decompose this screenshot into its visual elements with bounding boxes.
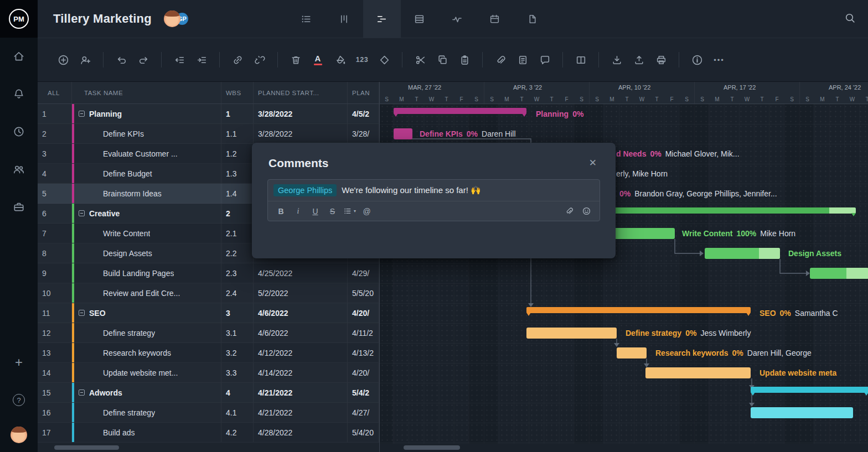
import-button[interactable] [606,49,628,71]
collapse-icon[interactable] [79,310,85,316]
nav-team[interactable] [7,157,31,181]
table-row[interactable]: 9Build Landing Pages2.34/25/20224/29/ [38,263,379,283]
cut-button[interactable] [409,49,431,71]
more-icon: ••• [714,56,725,64]
tab-sheet-view[interactable] [401,0,438,38]
nav-timesheets[interactable] [7,120,31,144]
gantt-bar[interactable] [394,128,412,139]
week-label: APR, 10 '22 [618,84,650,91]
delete-button[interactable] [285,49,307,71]
project-members[interactable]: GP [164,11,189,27]
comment-button[interactable] [534,49,556,71]
tab-activity-view[interactable] [438,0,476,38]
export-button[interactable] [628,49,650,71]
comment-input[interactable]: George Phillips We're following our time… [268,180,600,201]
columns-button[interactable] [570,49,592,71]
list-button[interactable]: ▾ [342,204,357,219]
add-task-button[interactable] [52,49,74,71]
member-avatar[interactable] [164,11,180,27]
table-row[interactable]: 17Build ads4.24/28/20225/4/20 [38,423,379,443]
gantt-bar[interactable] [394,108,526,114]
tab-docs-view[interactable] [514,0,551,38]
nav-alerts[interactable] [7,82,31,106]
collapse-icon[interactable] [79,210,85,216]
bold-button[interactable]: B [273,204,288,219]
tab-gantt-view[interactable] [363,0,401,38]
col-header-planned-end[interactable]: PLAN [348,82,379,103]
fill-color-button[interactable] [329,49,351,71]
gantt-bar[interactable] [705,248,780,259]
tab-list-view[interactable] [288,0,326,38]
print-button[interactable] [650,49,672,71]
add-new-button[interactable]: + [7,350,31,375]
smiley-icon [582,206,591,216]
gantt-toolbar: A 123 ••• [38,38,868,82]
tab-board-view[interactable] [326,0,363,38]
mention-button[interactable]: @ [359,204,374,219]
table-row[interactable]: 1Planning13/28/20224/5/2 [38,104,379,124]
task-name: Research keywords [103,349,171,357]
outdent-button[interactable] [168,49,190,71]
gantt-hscrollbar [380,444,868,452]
tab-calendar-view[interactable] [476,0,514,38]
undo-button[interactable] [110,49,132,71]
gantt-bar[interactable] [526,307,751,313]
collapse-icon[interactable] [79,389,85,396]
copy-icon [437,54,448,66]
gantt-bar[interactable] [645,367,751,378]
gantt-hscroll-thumb[interactable] [404,445,460,450]
help-button[interactable]: ? [7,388,31,412]
unlink-tasks-button[interactable] [249,49,271,71]
table-row[interactable]: 16Define strategy4.14/21/20224/27/ [38,403,379,423]
day-letter: F [559,96,574,102]
paste-button[interactable] [453,49,476,71]
indent-icon [196,54,208,66]
user-avatar[interactable] [11,427,27,443]
table-row[interactable]: 11SEO34/6/20224/20/ [38,303,379,323]
table-row[interactable]: 13Research keywords3.24/12/20224/13/2 [38,343,379,363]
gantt-bar[interactable] [810,268,868,279]
italic-button[interactable]: i [291,204,306,219]
gantt-bar[interactable] [751,407,853,418]
table-hscroll-thumb[interactable] [54,445,119,450]
underline-button[interactable]: U [308,204,323,219]
close-icon[interactable]: ✕ [586,156,600,170]
plus-icon: + [15,355,23,370]
attach-button[interactable] [562,204,577,219]
nav-portfolio[interactable] [7,195,31,219]
chevron-down-icon: ▾ [354,209,356,214]
notes-button[interactable] [512,49,534,71]
collapse-icon[interactable] [79,111,85,117]
copy-button[interactable] [431,49,453,71]
nav-home[interactable] [7,44,31,69]
col-header-planned-start[interactable]: PLANNED START... [254,82,348,103]
more-button[interactable]: ••• [708,49,730,71]
strikethrough-button[interactable]: S [325,204,340,219]
indent-button[interactable] [190,49,213,71]
numbers-button[interactable]: 123 [351,49,373,71]
redo-button[interactable] [132,49,154,71]
table-row[interactable]: 15Adwords44/21/20225/4/2 [38,383,379,403]
table-row[interactable]: 14Update website met...3.34/14/20224/20/ [38,363,379,383]
search-button[interactable] [844,12,856,25]
table-row[interactable]: 2Define KPIs1.13/28/20223/28/ [38,124,379,144]
assign-user-button[interactable] [74,49,96,71]
attach-file-button[interactable] [489,49,512,71]
link-tasks-button[interactable] [226,49,249,71]
col-header-task-name[interactable]: TASK NAME [72,82,221,103]
col-header-wbs[interactable]: WBS [221,82,254,103]
gantt-bar[interactable] [526,328,617,339]
pm-logo[interactable]: PM [0,0,38,38]
gantt-bar[interactable] [751,387,868,393]
font-color-button[interactable]: A [307,49,329,71]
trash-icon [290,54,302,66]
table-row[interactable]: 12Define strategy3.14/6/20224/11/2 [38,323,379,343]
gantt-bar[interactable] [617,347,647,359]
table-row[interactable]: 10Review and Edit Cre...2.45/2/20225/5/2… [38,283,379,303]
list-view-icon [301,13,312,25]
mention-chip[interactable]: George Phillips [273,184,337,196]
milestone-button[interactable] [373,49,395,71]
col-header-all[interactable]: ALL [38,82,72,103]
info-button[interactable] [686,49,708,71]
emoji-button[interactable] [579,204,594,219]
